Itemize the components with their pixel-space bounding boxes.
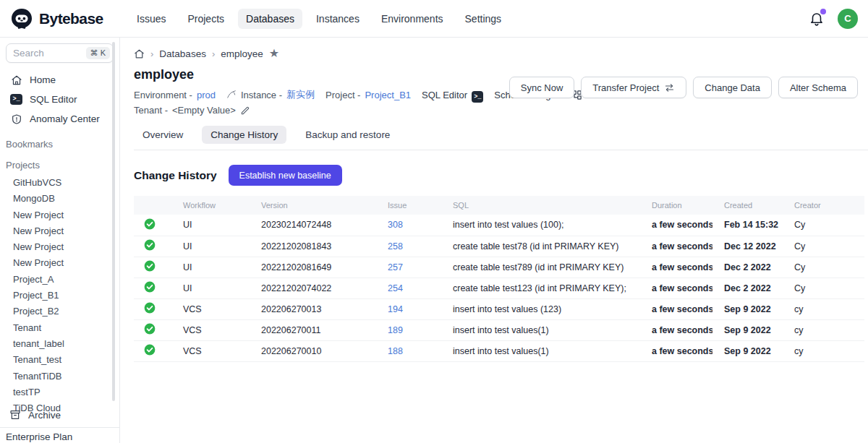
tab-backup-and-restore[interactable]: Backup and restore [297,126,399,144]
tab-overview[interactable]: Overview [134,126,192,144]
topnav-item-projects[interactable]: Projects [179,9,232,29]
tenant-meta-row: Tenant - <Empty Value> [134,105,858,116]
sidebar-item-anomaly-center[interactable]: Anomaly Center [0,109,119,129]
cell-status [134,257,171,278]
search-input[interactable]: Search ⌘ K [6,43,114,63]
cell-workflow: UI [171,236,250,257]
column-created: Created [712,196,783,215]
environment-link[interactable]: prod [197,90,216,100]
breadcrumb-databases[interactable]: Databases [159,48,206,59]
projects-section-label: Projects [0,160,119,171]
topnav-item-settings[interactable]: Settings [457,9,510,29]
issue-link[interactable]: 189 [388,325,403,335]
sidebar-project-tenant[interactable]: Tenant [0,320,119,336]
sidebar-project-new-project[interactable]: New Project [0,207,119,223]
topnav-items: IssuesProjectsDatabasesInstancesEnvironm… [129,9,509,29]
button-label: Transfer Project [592,82,659,93]
cell-issue: 258 [376,236,441,257]
bookmarks-section-label: Bookmarks [0,139,119,150]
search-shortcut-badge: ⌘ K [86,47,110,59]
issue-link[interactable]: 257 [388,262,403,272]
cell-duration: a few seconds [640,257,712,278]
cell-version: 20230214072448 [250,215,376,236]
sidebar: Search ⌘ K Home >_ SQL Editor Anomaly Ce… [0,38,120,443]
notification-bell-icon[interactable] [809,11,825,27]
sql-editor-icon: >_ [10,93,22,106]
breadcrumb: › Databases › employee ★ [134,46,858,61]
tab-bar: OverviewChange HistoryBackup and restore [134,126,868,150]
meta-sql-editor[interactable]: SQL Editor >_ [422,90,483,100]
cell-workflow: VCS [171,298,250,319]
section-title: Change History [134,169,217,182]
sidebar-project-testtp[interactable]: testTP [0,384,119,400]
issue-link[interactable]: 308 [388,220,403,230]
table-row: VCS202206270011189insert into test value… [134,319,864,340]
cell-workflow: VCS [171,319,250,340]
cell-version: 202206270011 [250,319,376,340]
brand[interactable]: Bytebase [10,7,129,30]
sidebar-project-tenant-label[interactable]: tenant_label [0,336,119,352]
button-label: Change Data [705,82,760,93]
alter-schema-button[interactable]: Alter Schema [778,77,858,98]
sidebar-item-label: SQL Editor [30,94,77,105]
brand-name: Bytebase [39,10,103,27]
favorite-star-icon[interactable]: ★ [269,48,279,59]
topnav-item-instances[interactable]: Instances [308,9,367,29]
breadcrumb-separator: › [212,48,215,59]
success-icon [144,239,156,251]
edit-pencil-icon[interactable] [240,106,250,116]
sidebar-project-new-project[interactable]: New Project [0,223,119,239]
breadcrumb-home-icon[interactable] [134,48,145,59]
issue-link[interactable]: 194 [388,304,403,314]
sidebar-project-tenant-test[interactable]: Tenant_test [0,352,119,368]
sidebar-project-mongodb[interactable]: MongoDB [0,191,119,207]
cell-duration: a few seconds [640,319,712,340]
cell-sql: create table test78 (id int PRIMARY KEY) [441,236,640,257]
sync-now-button[interactable]: Sync Now [509,77,575,98]
sidebar-project-new-project[interactable]: New Project [0,255,119,271]
change-data-button[interactable]: Change Data [693,77,772,98]
cell-created: Dec 2 2022 [712,278,783,298]
avatar[interactable]: C [838,9,858,29]
issue-link[interactable]: 254 [388,283,403,293]
sidebar-project-project-b1[interactable]: Project_B1 [0,288,119,304]
issue-link[interactable]: 258 [388,241,403,251]
cell-created: Dec 2 2022 [712,257,783,278]
change-history-table: Workflow Version Issue SQL Duration Crea… [134,196,864,362]
transfer-project-button[interactable]: Transfer Project [581,77,686,98]
cell-created: Sep 9 2022 [712,340,783,361]
sidebar-project-project-b2[interactable]: Project_B2 [0,304,119,319]
sidebar-item-archive[interactable]: Archive [0,406,119,423]
home-icon [10,74,22,86]
cell-duration: a few seconds [640,298,712,319]
project-link[interactable]: Project_B1 [365,90,411,100]
breadcrumb-employee[interactable]: employee [221,48,263,59]
issue-link[interactable]: 188 [388,346,403,356]
column-sql: SQL [441,196,640,215]
sidebar-project-tenanttidb[interactable]: TenantTiDB [0,369,119,384]
tab-change-history[interactable]: Change History [202,126,286,144]
success-icon [144,344,156,356]
sidebar-project-new-project[interactable]: New Project [0,239,119,255]
cell-version: 20221202081843 [250,236,376,257]
cell-sql: insert into test values(1) [441,319,640,340]
sidebar-item-sql-editor[interactable]: >_ SQL Editor [0,90,119,109]
establish-baseline-button[interactable]: Establish new baseline [229,165,342,186]
topnav-item-issues[interactable]: Issues [129,9,174,29]
cell-issue: 254 [376,278,441,298]
cell-workflow: UI [171,257,250,278]
cell-status [134,215,171,236]
topnav-item-environments[interactable]: Environments [373,9,451,29]
sidebar-item-home[interactable]: Home [0,70,119,90]
success-icon [144,302,156,314]
meta-tenant: Tenant - <Empty Value> [134,105,250,116]
sidebar-scrollbar[interactable] [112,42,115,401]
sidebar-project-project-a[interactable]: Project_A [0,272,119,288]
meta-project: Project - Project_B1 [326,90,411,100]
column-status [134,196,171,215]
cell-version: 202206270010 [250,340,376,361]
instance-link[interactable]: 新实例 [286,88,315,101]
sidebar-project-githubvcs[interactable]: GitHubVCS [0,175,119,191]
topnav-item-databases[interactable]: Databases [238,9,302,29]
cell-creator: cy [783,298,864,319]
